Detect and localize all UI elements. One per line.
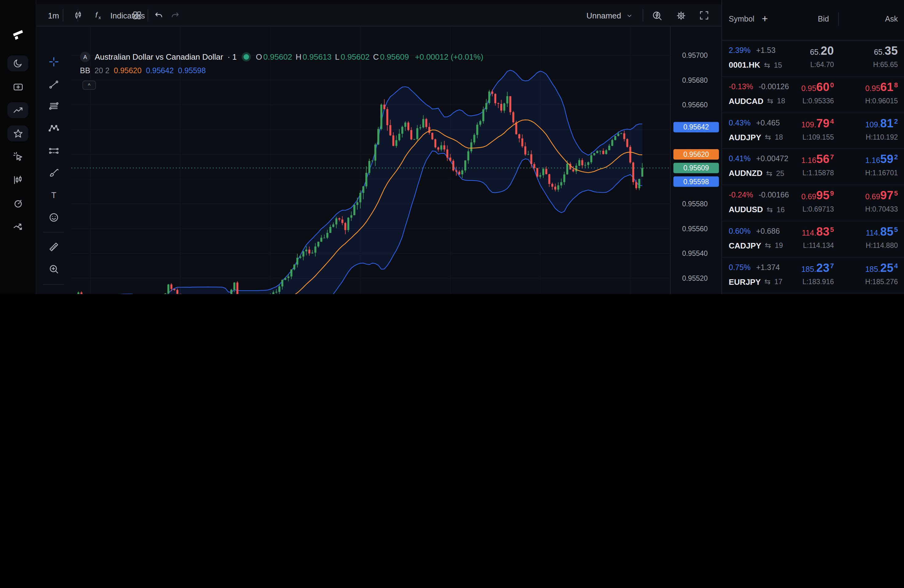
swap-arrows-icon: ⇆ <box>767 97 773 106</box>
chart-legend[interactable]: A Australian Dollar vs Canadian Dollar ·… <box>80 52 485 62</box>
interval-button[interactable]: 1m <box>41 4 66 27</box>
pct-change: -0.24% <box>729 191 753 199</box>
market-depth-button[interactable] <box>7 172 28 188</box>
zoom-in-tool[interactable] <box>44 259 63 278</box>
svg-text:T: T <box>51 190 56 199</box>
crosshair-tool[interactable] <box>44 52 63 71</box>
watchlist-symbol: CADJPY <box>729 241 761 250</box>
redo-button[interactable] <box>166 4 185 27</box>
pct-change: 0.60% <box>729 227 751 236</box>
swap-arrows-icon: ⇆ <box>764 277 771 286</box>
zoom-in-icon <box>48 263 60 275</box>
abs-change: -0.00126 <box>759 82 789 91</box>
watchlist-row-AUDNZD[interactable]: 0.41%+0.00472 AUDNZD⇆25 1.16567 L:1.1587… <box>722 149 904 185</box>
forecast-tool[interactable] <box>44 141 63 160</box>
bb-mid-value: 0.95620 <box>114 66 141 75</box>
bid-price[interactable]: 0.95600 <box>801 81 834 94</box>
spread-value: 15 <box>774 60 782 69</box>
signals-button[interactable] <box>7 218 28 234</box>
pct-change: 2.39% <box>729 46 751 55</box>
star-icon <box>12 128 24 139</box>
gear-icon <box>675 9 687 21</box>
day-high: H:110.192 <box>866 133 898 141</box>
chart-area[interactable]: 0.957000.956800.956600.955800.955600.955… <box>36 27 721 294</box>
text-tool[interactable]: T <box>44 186 63 204</box>
watchlist-row-AUDUSD[interactable]: -0.24%-0.00166 AUDUSD⇆16 0.69959 L:0.697… <box>722 185 904 221</box>
new-order-button[interactable] <box>7 79 28 95</box>
pattern-tool[interactable] <box>44 119 63 137</box>
interval-suffix: · 1 <box>228 52 237 62</box>
settings-button[interactable] <box>671 4 691 27</box>
watchlist-row-AUDCAD[interactable]: -0.13%-0.00126 AUDCAD⇆18 0.95600 L:0.953… <box>722 77 904 113</box>
watchlist-button[interactable] <box>7 125 28 141</box>
day-low: L:114.134 <box>803 242 834 249</box>
add-symbol-button[interactable]: + <box>762 15 768 24</box>
ask-price[interactable]: 0.69975 <box>865 189 898 202</box>
pct-change: 0.75% <box>729 263 751 272</box>
one-click-trading-button[interactable] <box>7 148 28 164</box>
ask-price[interactable]: 65.35 <box>874 44 898 58</box>
app-logo[interactable] <box>7 27 28 43</box>
abs-change: +1.374 <box>756 263 780 272</box>
ruler-icon <box>48 241 60 253</box>
magnet-tool[interactable] <box>44 290 63 294</box>
split-arrows-icon <box>12 220 24 232</box>
bid-price[interactable]: 65.20 <box>810 44 834 58</box>
legend-collapse-button[interactable]: ^ <box>82 81 96 90</box>
symbol-title: Australian Dollar vs Canadian Dollar <box>95 52 223 62</box>
fib-tool[interactable] <box>44 96 63 115</box>
abs-change: -0.00166 <box>759 191 789 199</box>
plus-square-icon <box>12 81 24 93</box>
bid-price[interactable]: 185.237 <box>801 261 834 275</box>
spread-value: 19 <box>775 242 783 250</box>
fullscreen-button[interactable] <box>694 4 714 27</box>
theme-button[interactable] <box>7 55 28 71</box>
svg-text:0.95642: 0.95642 <box>683 123 709 131</box>
bid-column-header: Bid <box>818 15 829 24</box>
history-button[interactable] <box>7 195 28 211</box>
layout-name-dropdown[interactable]: Unnamed <box>577 4 633 27</box>
bid-price[interactable]: 109.794 <box>801 117 834 130</box>
abs-change: +0.465 <box>756 119 780 127</box>
watchlist-symbol: 0001.HK <box>729 60 760 70</box>
symbol-avatar: A <box>80 52 90 62</box>
bb-upper-value: 0.95642 <box>146 66 174 75</box>
bb-params: 20 2 <box>95 66 109 75</box>
ask-price[interactable]: 109.812 <box>865 117 898 130</box>
bid-price[interactable]: 1.16567 <box>801 153 834 166</box>
bid-price[interactable]: 114.835 <box>802 225 834 239</box>
trend-line-tool[interactable] <box>44 75 63 93</box>
ask-price[interactable]: 185.254 <box>865 261 898 275</box>
layout-grid-button[interactable] <box>127 4 147 27</box>
svg-text:0.95580: 0.95580 <box>682 200 708 208</box>
watchlist-row-CADJPY[interactable]: 0.60%+0.686 CADJPY⇆19 114.835 L:114.134 … <box>722 221 904 258</box>
bb-label: BB <box>80 66 90 75</box>
swap-arrows-icon: ⇆ <box>766 169 773 178</box>
bb-indicator-legend[interactable]: BB 20 2 0.95620 0.95642 0.95598 <box>80 66 206 75</box>
ask-price[interactable]: 114.855 <box>866 225 898 239</box>
measure-tool[interactable] <box>44 237 63 256</box>
charts-button[interactable] <box>7 102 28 118</box>
bid-price[interactable]: 0.69959 <box>801 189 834 202</box>
watchlist-row-AUDJPY[interactable]: 0.43%+0.465 AUDJPY⇆18 109.794 L:109.155 … <box>722 113 904 149</box>
watchlist-row-EURSGD[interactable]: 0.13%+0.00191 EURSGD⇆22 1.50227 L:1.4991… <box>722 294 904 294</box>
day-high: H:0.96015 <box>865 97 898 104</box>
emoji-tool[interactable] <box>44 208 63 226</box>
brush-icon <box>48 166 60 178</box>
ask-price[interactable]: 0.95618 <box>865 81 898 94</box>
fib-icon <box>48 100 60 112</box>
fullscreen-icon <box>699 10 710 21</box>
watchlist-row-0001.HK[interactable]: 2.39%+1.53 0001.HK⇆15 65.20 L:64.70 65.3… <box>722 41 904 77</box>
day-high: H:114.880 <box>866 242 898 249</box>
svg-text:0.95520: 0.95520 <box>682 274 708 282</box>
watchlist-row-EURJPY[interactable]: 0.75%+1.374 EURJPY⇆17 185.237 L:183.916 … <box>722 258 904 294</box>
watchlist-symbol: AUDNZD <box>729 169 763 178</box>
day-low: L:183.916 <box>803 278 834 285</box>
trend-up-icon <box>12 104 24 116</box>
layout-grid-icon <box>131 10 143 21</box>
trend-line-icon <box>48 78 60 90</box>
brush-tool[interactable] <box>44 163 63 182</box>
ask-price[interactable]: 1.16592 <box>865 153 898 166</box>
quick-search-button[interactable] <box>647 4 667 27</box>
svg-text:0.95620: 0.95620 <box>683 150 709 158</box>
